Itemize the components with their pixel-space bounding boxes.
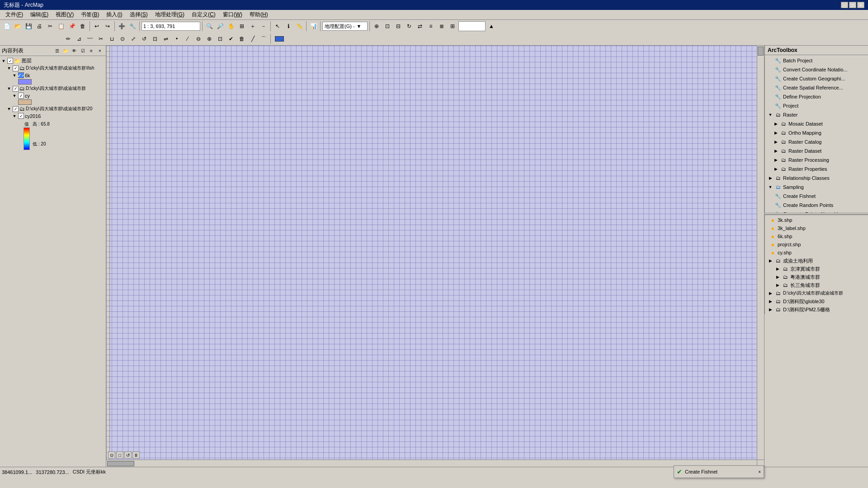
group-button[interactable]: ⊞	[448, 21, 458, 31]
checkbox-root[interactable]	[7, 58, 13, 64]
layer-fish-folder[interactable]: ▼ 🗂 D:\cky\四大城市群\成渝城市群\fish	[6, 65, 105, 72]
cat-gga[interactable]: ▶ 🗂 粤港澳城市群	[773, 273, 868, 281]
toc-list-by-drawing-order[interactable]: ☰	[53, 47, 61, 55]
window-controls[interactable]: _ □ ×	[841, 2, 864, 8]
expand-root[interactable]: ▼	[1, 58, 6, 64]
straight-segment-btn[interactable]: ╱	[248, 34, 258, 44]
map-scrollbar-right[interactable]	[757, 46, 764, 460]
tb-generate-points-along[interactable]: 🔧 Generate Points Along Lin...	[771, 210, 868, 213]
cat-chengyu[interactable]: ▶ 🗂 D:\cky\四大城市群\成渝城市群	[766, 289, 868, 297]
expand-chengyu[interactable]: ▶	[768, 291, 773, 296]
expand-ortho[interactable]: ▶	[773, 130, 778, 136]
cat-6k[interactable]: ■ 6k.shp	[766, 232, 868, 240]
map-rotate-button[interactable]: ↺	[124, 451, 132, 459]
arc-segment-btn[interactable]: ⌒	[259, 34, 269, 44]
expand-rcat[interactable]: ▶	[773, 139, 778, 145]
maximize-button[interactable]: □	[849, 2, 856, 8]
expand-cy[interactable]: ▼	[6, 86, 12, 91]
menu-geoprocess[interactable]: 地理处理(G)	[151, 10, 188, 19]
cut-button[interactable]: ✂	[45, 21, 55, 31]
tb-sampling-folder[interactable]: ▼ 🗂 Sampling	[766, 183, 868, 192]
cat-pm25[interactable]: ▶ 🗂 D:\测科院\PM2.5栅格	[766, 305, 868, 314]
cat-yangtze[interactable]: ▶ 🗂 长三角城市群	[773, 281, 868, 289]
tb-batch-project[interactable]: 🔧 Batch Project	[771, 56, 868, 65]
tb-create-random-points[interactable]: 🔧 Create Random Points	[771, 201, 868, 210]
checkbox-cy[interactable]	[18, 93, 24, 99]
tb-mosaic-dataset[interactable]: ▶ 🗂 Mosaic Dataset	[771, 119, 868, 128]
map-canvas[interactable]: ⊙ □ ↺ ⏸	[106, 46, 764, 467]
undo-button[interactable]: ↩	[92, 21, 102, 31]
finish-sketch-btn[interactable]: ✔	[226, 34, 236, 44]
align-button[interactable]: ≡	[426, 21, 436, 31]
trace-btn[interactable]: 〰	[85, 34, 95, 44]
geo-config-dropdown[interactable]: 地理配置(G) - ▼	[322, 22, 368, 31]
toc-close[interactable]: ×	[96, 47, 104, 55]
link-button[interactable]: ⊟	[393, 21, 403, 31]
expand-raster[interactable]: ▼	[768, 112, 773, 117]
expand-landuse[interactable]: ▶	[768, 258, 773, 263]
checkbox-fish[interactable]	[13, 66, 19, 71]
cat-jjj[interactable]: ▶ 🗂 京津冀城市群	[773, 265, 868, 273]
layer-cy[interactable]: ▼ cy	[12, 92, 105, 99]
tb-convert-coord[interactable]: 🔧 Convert Coordinate Notatio...	[771, 65, 868, 74]
layer-cy2016[interactable]: ▼ cy2016	[12, 113, 105, 119]
tb-raster-catalog[interactable]: ▶ 🗂 Raster Catalog	[771, 137, 868, 146]
menu-select[interactable]: 选择(S)	[126, 10, 151, 19]
checkbox-cy2016[interactable]	[18, 113, 24, 119]
expand-sampling[interactable]: ▼	[768, 184, 773, 190]
move-btn[interactable]: ⤢	[128, 34, 138, 44]
expand-rel[interactable]: ▶	[768, 175, 773, 181]
print-button[interactable]: 🖨	[34, 21, 44, 31]
add-vert-btn[interactable]: ⊕	[204, 34, 214, 44]
expand-jjj[interactable]: ▶	[775, 266, 780, 272]
layer-group-root[interactable]: ▼ 📁 图层	[1, 57, 105, 65]
expand-cy2016[interactable]: ▼	[12, 113, 17, 119]
identify-button[interactable]: ℹ	[283, 21, 293, 31]
expand-globle30[interactable]: ▶	[768, 299, 773, 304]
checkbox-6k[interactable]: ✓	[18, 72, 24, 78]
scroll-thumb-right[interactable]	[758, 47, 764, 56]
delete-sketch-btn[interactable]: 🗑	[237, 34, 247, 44]
expand-20[interactable]: ▼	[6, 106, 12, 112]
menu-help[interactable]: 帮助(H)	[246, 10, 272, 19]
cat-3k-label[interactable]: ■ 3k_label.shp	[766, 224, 868, 232]
tb-create-custom-geo[interactable]: 🔧 Create Custom Geographi...	[771, 74, 868, 83]
expand-gga[interactable]: ▶	[775, 274, 780, 280]
expand-mosaic[interactable]: ▶	[773, 121, 778, 127]
open-button[interactable]: 📂	[13, 21, 23, 31]
toc-options[interactable]: ≡	[87, 47, 95, 55]
menu-bookmark[interactable]: 书签(B)	[77, 10, 103, 19]
cat-projrct[interactable]: ■ projrct.shp	[766, 240, 868, 249]
fixed-zoom-in-button[interactable]: ＋	[248, 21, 258, 31]
cat-landuse[interactable]: ▶ 🗂 成渝土地利用	[766, 257, 868, 265]
menu-customize[interactable]: 自定义(C)	[188, 10, 219, 19]
edit-tool-btn[interactable]: ✏	[63, 34, 73, 44]
layer-6k[interactable]: ▼ ✓ 6k	[12, 72, 105, 79]
layer-20-folder[interactable]: ▼ 🗂 D:\cky\四大城市群\成渝城市群\20	[6, 105, 105, 113]
distribute-button[interactable]: ≣	[437, 21, 447, 31]
layout-button[interactable]: 📊	[308, 21, 318, 31]
union-btn[interactable]: ⊔	[107, 34, 117, 44]
add-data-button[interactable]: ➕	[117, 21, 127, 31]
new-button[interactable]: 📄	[2, 21, 12, 31]
mirror-btn[interactable]: ⇌	[161, 34, 171, 44]
tb-raster-folder[interactable]: ▼ 🗂 Raster	[766, 110, 868, 119]
zoom-out-button[interactable]: 🔎	[215, 21, 225, 31]
zoom-input[interactable]	[458, 21, 486, 31]
scroll-thumb-bottom[interactable]	[107, 461, 134, 466]
expand-yangtze[interactable]: ▶	[775, 282, 780, 288]
select-button[interactable]: ↖	[273, 21, 283, 31]
toc-list-by-visibility[interactable]: 👁	[70, 47, 78, 55]
menu-edit[interactable]: 编辑(E)	[27, 10, 52, 19]
cat-3k[interactable]: ■ 3k.shp	[766, 216, 868, 224]
map-pause-button[interactable]: ⏸	[132, 451, 140, 459]
expand-cy-layer[interactable]: ▼	[12, 93, 17, 99]
tb-raster-processing[interactable]: ▶ 🗂 Raster Processing	[771, 155, 868, 164]
redo-button[interactable]: ↪	[103, 21, 113, 31]
snap-button[interactable]: ⊕	[372, 21, 382, 31]
scale-edit-btn[interactable]: ⊡	[150, 34, 160, 44]
tb-raster-dataset[interactable]: ▶ 🗂 Raster Dataset	[771, 146, 868, 155]
menu-view[interactable]: 视图(V)	[52, 10, 77, 19]
delete-button[interactable]: 🗑	[78, 21, 88, 31]
checkbox-cy-folder[interactable]	[13, 86, 19, 92]
